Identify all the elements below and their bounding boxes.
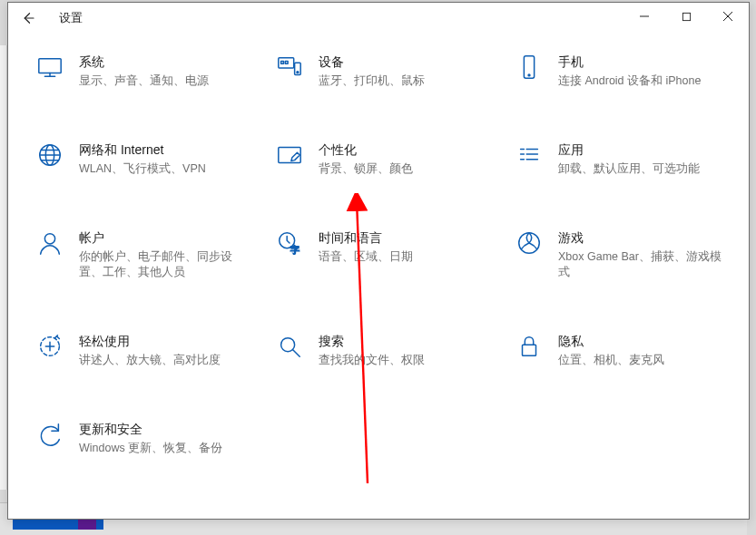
category-text: 系统显示、声音、通知、电源 xyxy=(70,54,209,89)
category-desc: 查找我的文件、权限 xyxy=(319,353,425,368)
maximize-icon xyxy=(682,12,692,22)
svg-text:字: 字 xyxy=(290,245,299,255)
personalization-icon xyxy=(270,141,309,169)
category-ease[interactable]: 轻松使用讲述人、放大镜、高对比度 xyxy=(30,333,262,368)
category-desc: 语音、区域、日期 xyxy=(319,249,413,265)
category-desc: Xbox Game Bar、捕获、游戏模式 xyxy=(558,249,722,280)
category-text: 网络和 InternetWLAN、飞行模式、VPN xyxy=(70,141,206,177)
apps-icon xyxy=(509,141,549,169)
accounts-icon xyxy=(30,229,70,257)
category-devices[interactable]: 设备蓝牙、打印机、鼠标 xyxy=(270,54,502,89)
time-icon: 字 xyxy=(270,229,309,257)
back-button[interactable] xyxy=(8,5,48,32)
background-window-edge xyxy=(0,45,7,490)
arrow-left-icon xyxy=(20,10,36,26)
category-title: 系统 xyxy=(79,54,209,70)
svg-rect-11 xyxy=(279,148,300,163)
category-title: 个性化 xyxy=(319,141,413,158)
svg-rect-0 xyxy=(682,13,690,20)
devices-icon xyxy=(270,54,309,81)
category-title: 游戏 xyxy=(558,229,722,246)
category-apps[interactable]: 应用卸载、默认应用、可选功能 xyxy=(509,141,741,177)
category-text: 手机连接 Android 设备和 iPhone xyxy=(549,54,701,89)
category-text: 时间和语言语音、区域、日期 xyxy=(309,229,413,265)
category-text: 轻松使用讲述人、放大镜、高对比度 xyxy=(70,333,221,368)
category-desc: 显示、声音、通知、电源 xyxy=(79,73,209,89)
settings-window: 设置 系统显示、声音、通知、电源设备蓝牙、打印机、鼠标手机连接 Android … xyxy=(7,2,750,520)
category-text: 搜索查找我的文件、权限 xyxy=(309,333,425,368)
category-personalization[interactable]: 个性化背景、锁屏、颜色 xyxy=(270,141,502,177)
svg-point-6 xyxy=(297,72,299,73)
system-icon xyxy=(30,54,70,81)
window-title: 设置 xyxy=(59,11,83,26)
titlebar: 设置 xyxy=(8,3,749,34)
category-title: 轻松使用 xyxy=(79,333,221,349)
svg-point-12 xyxy=(44,234,54,244)
svg-rect-3 xyxy=(281,61,284,63)
category-update[interactable]: 更新和安全Windows 更新、恢复、备份 xyxy=(30,421,262,456)
category-desc: 你的帐户、电子邮件、同步设置、工作、其他人员 xyxy=(79,249,242,280)
close-button[interactable] xyxy=(707,3,749,30)
category-privacy[interactable]: 隐私位置、相机、麦克风 xyxy=(509,333,741,368)
category-title: 时间和语言 xyxy=(319,229,413,246)
category-network[interactable]: 网络和 InternetWLAN、飞行模式、VPN xyxy=(30,141,262,177)
svg-rect-4 xyxy=(285,61,288,63)
category-text: 帐户你的帐户、电子邮件、同步设置、工作、其他人员 xyxy=(70,229,242,280)
category-phone[interactable]: 手机连接 Android 设备和 iPhone xyxy=(509,54,741,89)
category-title: 搜索 xyxy=(319,333,425,349)
category-time[interactable]: 字时间和语言语音、区域、日期 xyxy=(270,229,502,280)
category-title: 帐户 xyxy=(79,229,242,246)
category-search[interactable]: 搜索查找我的文件、权限 xyxy=(270,333,502,368)
category-desc: 背景、锁屏、颜色 xyxy=(319,161,413,177)
minimize-icon xyxy=(639,11,650,22)
gaming-icon xyxy=(509,229,549,257)
categories-grid: 系统显示、声音、通知、电源设备蓝牙、打印机、鼠标手机连接 Android 设备和… xyxy=(30,54,740,456)
category-title: 手机 xyxy=(558,54,701,70)
category-text: 个性化背景、锁屏、颜色 xyxy=(309,141,413,177)
network-icon xyxy=(30,141,70,169)
category-title: 更新和安全 xyxy=(79,421,222,437)
category-desc: 连接 Android 设备和 iPhone xyxy=(558,73,701,89)
category-desc: 卸载、默认应用、可选功能 xyxy=(558,161,700,177)
update-icon xyxy=(30,421,70,448)
category-title: 隐私 xyxy=(558,333,664,349)
category-accounts[interactable]: 帐户你的帐户、电子邮件、同步设置、工作、其他人员 xyxy=(30,229,262,280)
category-desc: 蓝牙、打印机、鼠标 xyxy=(319,73,425,89)
category-title: 网络和 Internet xyxy=(79,141,206,158)
category-desc: 讲述人、放大镜、高对比度 xyxy=(79,353,221,368)
category-desc: WLAN、飞行模式、VPN xyxy=(79,161,206,177)
category-system[interactable]: 系统显示、声音、通知、电源 xyxy=(30,54,262,89)
category-title: 应用 xyxy=(558,141,700,158)
minimize-button[interactable] xyxy=(623,3,665,30)
category-text: 更新和安全Windows 更新、恢复、备份 xyxy=(70,421,222,456)
maximize-button[interactable] xyxy=(665,3,707,30)
privacy-icon xyxy=(509,333,549,360)
category-text: 隐私位置、相机、麦克风 xyxy=(549,333,664,368)
window-controls xyxy=(623,3,749,30)
phone-icon xyxy=(509,54,549,81)
category-text: 应用卸载、默认应用、可选功能 xyxy=(549,141,700,177)
svg-point-8 xyxy=(528,74,530,76)
category-gaming[interactable]: 游戏Xbox Game Bar、捕获、游戏模式 xyxy=(509,229,741,280)
category-title: 设备 xyxy=(319,54,425,70)
svg-rect-1 xyxy=(39,59,61,73)
ease-icon xyxy=(30,333,70,360)
content-area: 系统显示、声音、通知、电源设备蓝牙、打印机、鼠标手机连接 Android 设备和… xyxy=(8,34,749,456)
category-desc: 位置、相机、麦克风 xyxy=(558,353,664,368)
category-text: 设备蓝牙、打印机、鼠标 xyxy=(309,54,425,89)
category-text: 游戏Xbox Game Bar、捕获、游戏模式 xyxy=(549,229,722,280)
svg-rect-18 xyxy=(523,345,536,355)
category-desc: Windows 更新、恢复、备份 xyxy=(79,441,222,456)
search-icon xyxy=(270,333,309,360)
close-icon xyxy=(722,11,733,22)
